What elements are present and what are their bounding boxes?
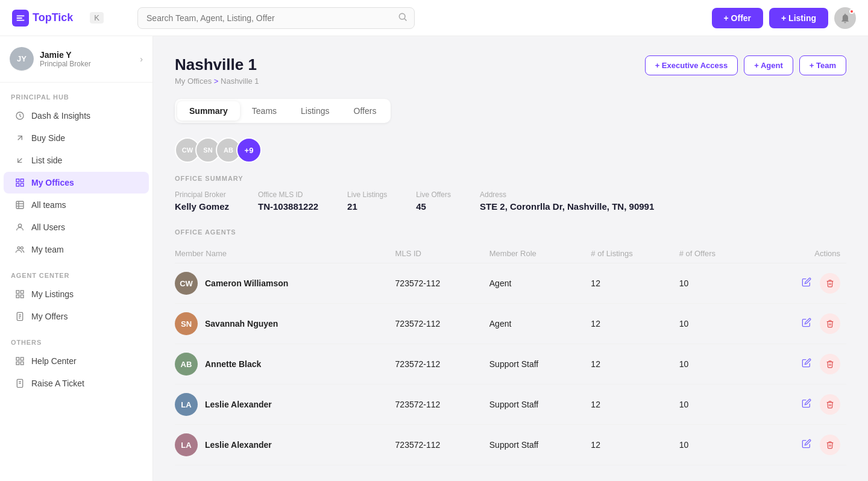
user-info: Jamie Y Principal Broker	[40, 50, 134, 68]
summary-value: TN-103881222	[258, 201, 318, 212]
cell-member-role: Agent	[489, 304, 591, 344]
breadcrumb-offices[interactable]: My Offices	[175, 77, 212, 86]
summary-label: Principal Broker	[175, 190, 229, 199]
table-header-row: Member Name MLS ID Member Role # of List…	[175, 244, 846, 263]
notification-bell[interactable]	[834, 7, 856, 29]
sidebar-item-label: Raise A Ticket	[31, 379, 84, 388]
tab-teams[interactable]: Teams	[240, 101, 289, 121]
arrow-down-left-icon	[14, 155, 25, 166]
sidebar-item-label: Dash & Insights	[31, 111, 90, 121]
member-avatar: SN	[175, 312, 198, 335]
grid3-icon	[14, 356, 25, 366]
app-layout: TopTick K + Offer + Listing JY	[0, 0, 868, 481]
edit-button[interactable]	[798, 435, 815, 454]
delete-button[interactable]	[820, 354, 840, 374]
edit-button[interactable]	[798, 395, 815, 414]
table-row: SN Savannah Nguyen 723572-112 Agent 12 1…	[175, 304, 846, 344]
svg-rect-26	[16, 362, 19, 365]
cell-member-name: LA Leslie Alexander	[175, 425, 395, 465]
delete-button[interactable]	[820, 435, 840, 455]
agent-button[interactable]: + Agent	[744, 55, 793, 75]
sidebar-item-myoffers[interactable]: My Offers	[4, 306, 149, 327]
cell-listings: 12	[591, 263, 679, 304]
svg-rect-7	[16, 183, 19, 186]
team-button[interactable]: + Team	[799, 55, 846, 75]
cell-member-name: CW Cameron Williamson	[175, 263, 395, 304]
cell-offers: 10	[679, 385, 758, 425]
delete-button[interactable]	[820, 394, 840, 415]
tab-summary[interactable]: Summary	[177, 101, 240, 121]
svg-line-4	[18, 159, 22, 163]
search-input[interactable]	[137, 7, 415, 29]
sidebar-item-listside[interactable]: List side	[4, 149, 149, 171]
sidebar-user[interactable]: JY Jamie Y Principal Broker ›	[0, 36, 153, 83]
page-title-area: Nashville 1 My Offices > Nashville 1	[175, 55, 259, 86]
offer-button[interactable]: + Offer	[712, 8, 764, 28]
cell-member-name: AB Annette Black	[175, 344, 395, 385]
summary-value: Kelly Gomez	[175, 201, 229, 212]
cell-member-role: Support Staff	[489, 344, 591, 385]
k-badge: K	[90, 12, 104, 24]
sidebar-item-listings[interactable]: My Listings	[4, 283, 149, 305]
summary-value: STE 2, Coronrlla Dr, Nashville, TN, 9099…	[480, 201, 654, 212]
top-bar: TopTick K + Offer + Listing	[0, 0, 868, 36]
sidebar-item-myteam[interactable]: My team	[4, 239, 149, 260]
col-mls-id: MLS ID	[395, 244, 489, 263]
sidebar-item-allteams[interactable]: All teams	[4, 194, 149, 216]
cell-actions	[758, 304, 847, 344]
search-bar	[137, 7, 415, 29]
sidebar-item-ticket[interactable]: Raise A Ticket	[4, 373, 149, 394]
sidebar-item-label: All teams	[31, 200, 66, 210]
breadcrumb: My Offices > Nashville 1	[175, 77, 259, 86]
sidebar-item-help[interactable]: Help Center	[4, 350, 149, 372]
summary-label: Address	[480, 190, 654, 199]
logo-text: TopTick	[33, 11, 73, 24]
col-listings: # of Listings	[591, 244, 679, 263]
breadcrumb-sep: >	[214, 77, 221, 86]
cell-mls-id: 723572-112	[395, 344, 489, 385]
summary-live-listings: Live Listings 21	[347, 190, 387, 212]
col-offers: # of Offers	[679, 244, 758, 263]
svg-point-14	[17, 247, 20, 249]
sidebar-item-label: My Listings	[31, 289, 74, 299]
office-agents-label: OFFICE AGENTS	[175, 228, 846, 236]
avatar-more: +9	[236, 137, 262, 163]
page-title: Nashville 1	[175, 55, 259, 74]
svg-rect-27	[20, 362, 24, 365]
summary-value: 45	[416, 201, 451, 212]
sidebar-item-buy[interactable]: Buy Side	[4, 127, 149, 149]
edit-button[interactable]	[798, 314, 815, 333]
cell-member-name: LA Leslie Alexander	[175, 385, 395, 425]
svg-rect-18	[16, 295, 19, 298]
sidebar-item-allusers[interactable]: All Users	[4, 216, 149, 238]
doc2-icon	[14, 378, 25, 389]
summary-address: Address STE 2, Coronrlla Dr, Nashville, …	[480, 190, 654, 212]
cell-member-role: Support Staff	[489, 385, 591, 425]
edit-button[interactable]	[798, 274, 815, 293]
table-row: AB Annette Black 723572-112 Support Staf…	[175, 344, 846, 385]
executive-access-button[interactable]: + Executive Access	[645, 55, 738, 75]
cell-member-role: Support Staff	[489, 425, 591, 465]
sidebar-item-offices[interactable]: My Offices	[4, 172, 149, 193]
sidebar-item-label: My team	[31, 245, 64, 254]
office-summary-grid: Principal Broker Kelly Gomez Office MLS …	[175, 190, 846, 212]
delete-button[interactable]	[820, 273, 840, 294]
tab-listings[interactable]: Listings	[289, 101, 341, 121]
notification-dot	[849, 9, 854, 14]
listing-button[interactable]: + Listing	[769, 8, 828, 28]
logo: TopTick	[12, 10, 73, 27]
cell-listings: 12	[591, 385, 679, 425]
svg-point-0	[399, 13, 405, 19]
svg-line-3	[18, 136, 22, 140]
cell-mls-id: 723572-112	[395, 385, 489, 425]
cell-listings: 12	[591, 344, 679, 385]
page-header: Nashville 1 My Offices > Nashville 1 + E…	[175, 55, 846, 86]
delete-button[interactable]	[820, 313, 840, 334]
grid2-icon	[14, 289, 25, 300]
sidebar-item-dash[interactable]: Dash & Insights	[4, 105, 149, 127]
header-actions: + Executive Access + Agent + Team	[645, 55, 846, 75]
tab-offers[interactable]: Offers	[342, 101, 389, 121]
edit-button[interactable]	[798, 354, 815, 374]
summary-live-offers: Live Offers 45	[416, 190, 451, 212]
svg-rect-6	[20, 179, 24, 182]
